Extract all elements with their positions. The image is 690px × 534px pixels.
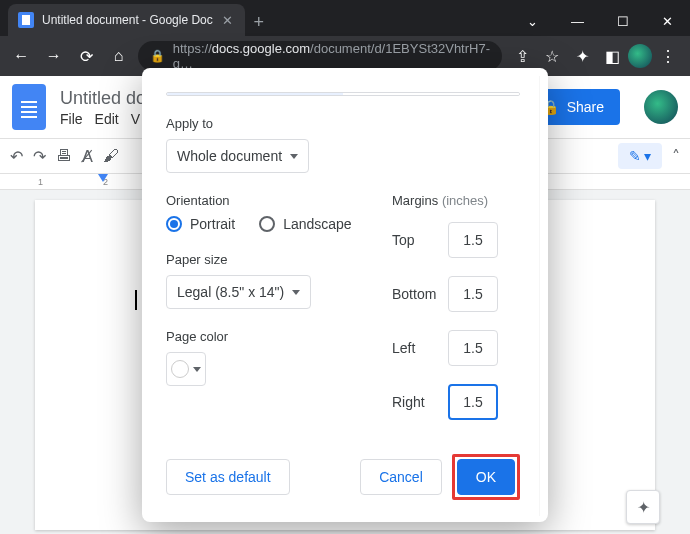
margin-right-label: Right xyxy=(392,394,448,410)
browser-tab[interactable]: Untitled document - Google Doc ✕ xyxy=(8,4,245,36)
menu-view[interactable]: V xyxy=(131,111,140,127)
paint-format-icon[interactable]: 🖌 xyxy=(103,147,119,165)
new-tab-button[interactable]: + xyxy=(245,8,273,36)
reload-button[interactable]: ⟳ xyxy=(73,42,99,70)
profile-avatar[interactable] xyxy=(628,44,652,68)
set-as-default-button[interactable]: Set as default xyxy=(166,459,290,495)
dialog-scrollbar[interactable] xyxy=(539,76,540,516)
caret-down-icon xyxy=(193,367,201,372)
ok-button[interactable]: OK xyxy=(457,459,515,495)
url-scheme: https:// xyxy=(173,41,212,56)
portrait-label: Portrait xyxy=(190,216,235,232)
redo-icon[interactable]: ↷ xyxy=(33,147,46,166)
editing-mode-button[interactable]: ✎ ▾ xyxy=(618,143,662,169)
extensions-icon[interactable]: ✦ xyxy=(568,42,596,70)
caret-down-icon xyxy=(290,154,298,159)
menu-edit[interactable]: Edit xyxy=(95,111,119,127)
forward-button[interactable]: → xyxy=(40,42,66,70)
back-button[interactable]: ← xyxy=(8,42,34,70)
ok-highlight: OK xyxy=(452,454,520,500)
apply-to-dropdown[interactable]: Whole document xyxy=(166,139,309,173)
share-label: Share xyxy=(567,99,604,115)
paper-size-label: Paper size xyxy=(166,252,366,267)
url-host: docs.google.com xyxy=(212,41,310,56)
print-icon[interactable]: 🖶 xyxy=(56,147,72,165)
minimize-button[interactable]: — xyxy=(555,6,600,36)
sidepanel-icon[interactable]: ◧ xyxy=(598,42,626,70)
caret-down-icon xyxy=(292,290,300,295)
share-url-icon[interactable]: ⇪ xyxy=(508,42,536,70)
docs-logo-icon[interactable] xyxy=(12,84,46,130)
kebab-menu-icon[interactable]: ⋮ xyxy=(654,42,682,70)
dialog-tabs: Pages Pageless xyxy=(166,92,520,96)
margin-bottom-label: Bottom xyxy=(392,286,448,302)
maximize-button[interactable]: ☐ xyxy=(600,6,645,36)
page-setup-dialog: Pages Pageless Apply to Whole document O… xyxy=(142,68,548,522)
margin-right-input[interactable] xyxy=(448,384,498,420)
apply-to-label: Apply to xyxy=(166,116,520,131)
bookmark-icon[interactable]: ☆ xyxy=(538,42,566,70)
docs-favicon xyxy=(18,12,34,28)
landscape-label: Landscape xyxy=(283,216,352,232)
chevron-up-icon[interactable]: ˄ xyxy=(672,147,680,166)
margin-top-label: Top xyxy=(392,232,448,248)
apply-to-value: Whole document xyxy=(177,148,282,164)
document-title[interactable]: Untitled do xyxy=(60,88,146,109)
page-color-label: Page color xyxy=(166,329,366,344)
margin-top-input[interactable] xyxy=(448,222,498,258)
margins-unit: (inches) xyxy=(442,193,488,208)
close-button[interactable]: ✕ xyxy=(645,6,690,36)
explore-button[interactable]: ✦ xyxy=(626,490,660,524)
undo-icon[interactable]: ↶ xyxy=(10,147,23,166)
tab-pageless[interactable]: Pageless xyxy=(343,93,519,96)
chevron-down-icon[interactable]: ⌄ xyxy=(510,6,555,36)
text-cursor xyxy=(135,290,137,310)
tab-title: Untitled document - Google Doc xyxy=(42,13,213,27)
indent-marker-icon[interactable] xyxy=(98,174,108,182)
margin-left-label: Left xyxy=(392,340,448,356)
page-color-dropdown[interactable] xyxy=(166,352,206,386)
paper-size-value: Legal (8.5" x 14") xyxy=(177,284,284,300)
close-icon[interactable]: ✕ xyxy=(221,13,235,27)
home-button[interactable]: ⌂ xyxy=(105,42,131,70)
tab-pages[interactable]: Pages xyxy=(167,93,343,96)
orientation-portrait-radio[interactable]: Portrait xyxy=(166,216,235,232)
orientation-label: Orientation xyxy=(166,193,366,208)
menu-file[interactable]: File xyxy=(60,111,83,127)
orientation-landscape-radio[interactable]: Landscape xyxy=(259,216,352,232)
margins-label: Margins xyxy=(392,193,438,208)
cancel-button[interactable]: Cancel xyxy=(360,459,442,495)
margin-bottom-input[interactable] xyxy=(448,276,498,312)
spellcheck-icon[interactable]: A̸ xyxy=(82,147,93,166)
account-avatar[interactable] xyxy=(644,90,678,124)
window-controls: ⌄ — ☐ ✕ xyxy=(510,6,690,36)
margin-left-input[interactable] xyxy=(448,330,498,366)
browser-titlebar: Untitled document - Google Doc ✕ + ⌄ — ☐… xyxy=(0,0,690,36)
docs-menubar: File Edit V xyxy=(60,111,146,127)
paper-size-dropdown[interactable]: Legal (8.5" x 14") xyxy=(166,275,311,309)
lock-icon: 🔒 xyxy=(150,49,165,63)
ruler-tick: 1 xyxy=(38,177,43,187)
address-bar[interactable]: 🔒 https://docs.google.com/document/d/1EB… xyxy=(138,41,502,71)
color-swatch xyxy=(171,360,189,378)
